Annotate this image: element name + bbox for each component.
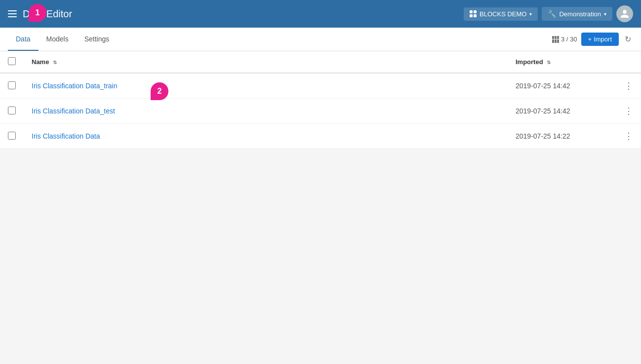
data-link-2[interactable]: Iris Classification Data	[32, 132, 100, 140]
more-options-icon-0[interactable]: ⋮	[624, 80, 633, 91]
header-imported-col[interactable]: Imported ⇅	[508, 51, 616, 73]
select-all-checkbox[interactable]	[8, 57, 16, 65]
row-checkbox-0[interactable]	[8, 81, 16, 89]
header-right: BLOCKS DEMO ▾ 🔧 Demonstration ▾	[464, 5, 633, 22]
avatar[interactable]	[616, 5, 633, 22]
row-name-cell: Iris Classification Data_test	[24, 99, 508, 124]
row-imported-cell: 2019-07-25 14:42	[508, 73, 616, 99]
row-checkbox-cell	[0, 99, 24, 124]
timestamp-1: 2019-07-25 14:42	[516, 107, 570, 115]
timestamp-2: 2019-07-25 14:22	[516, 132, 570, 140]
table-header-row: Name ⇅ Imported ⇅	[0, 51, 641, 73]
table-row: Iris Classification Data_train 2019-07-2…	[0, 73, 641, 99]
blocks-demo-chevron: ▾	[529, 11, 532, 17]
step-badge-2: 2	[151, 82, 168, 100]
data-link-1[interactable]: Iris Classification Data_test	[32, 107, 115, 115]
tab-data[interactable]: Data	[8, 28, 39, 51]
table-row: Iris Classification Data 2019-07-25 14:2…	[0, 124, 641, 149]
row-actions-cell: ⋮	[616, 73, 641, 99]
demonstration-button[interactable]: 🔧 Demonstration ▾	[542, 7, 612, 21]
tabs-right: 3 / 30 + Import ↻	[552, 33, 633, 46]
more-options-icon-1[interactable]: ⋮	[624, 106, 633, 116]
step-badge-1: 1	[29, 4, 46, 22]
timestamp-0: 2019-07-25 14:42	[516, 82, 570, 90]
row-name-cell: Iris Classification Data	[24, 124, 508, 149]
hamburger-menu-icon[interactable]	[8, 10, 17, 17]
import-button[interactable]: + Import	[581, 33, 619, 46]
header-checkbox-cell	[0, 51, 24, 73]
plus-icon: +	[588, 36, 592, 43]
row-checkbox-2[interactable]	[8, 132, 16, 140]
data-table-container: Name ⇅ Imported ⇅ Iris Classification Da…	[0, 51, 641, 149]
imported-sort-icon: ⇅	[547, 60, 551, 65]
more-options-icon-2[interactable]: ⋮	[624, 131, 633, 142]
tab-models[interactable]: Models	[39, 28, 77, 51]
tab-settings[interactable]: Settings	[77, 28, 118, 51]
refresh-icon[interactable]: ↻	[623, 33, 633, 46]
data-link-0[interactable]: Iris Classification Data_train	[32, 82, 118, 90]
blocks-demo-button[interactable]: BLOCKS DEMO ▾	[464, 7, 538, 21]
row-imported-cell: 2019-07-25 14:42	[508, 99, 616, 124]
header-actions-col	[616, 51, 641, 73]
avatar-icon	[620, 9, 630, 19]
row-actions-cell: ⋮	[616, 124, 641, 149]
row-checkbox-1[interactable]	[8, 107, 16, 114]
demonstration-chevron: ▾	[604, 11, 606, 17]
tabs-left: Data Models Settings	[8, 28, 552, 50]
row-imported-cell: 2019-07-25 14:22	[508, 124, 616, 149]
header-left: 1 Data Editor	[8, 8, 464, 20]
app-header: 1 Data Editor BLOCKS DEMO ▾ 🔧 Demonstrat…	[0, 0, 641, 28]
data-table: Name ⇅ Imported ⇅ Iris Classification Da…	[0, 51, 641, 149]
table-row: Iris Classification Data_test 2019-07-25…	[0, 99, 641, 124]
table-small-icon	[552, 36, 559, 43]
row-checkbox-cell	[0, 124, 24, 149]
wrench-icon: 🔧	[548, 10, 556, 18]
grid-icon	[470, 10, 477, 17]
tabs-bar: Data Models Settings 3 / 30 + Import ↻	[0, 28, 641, 51]
row-actions-cell: ⋮	[616, 99, 641, 124]
record-count: 3 / 30	[552, 36, 577, 43]
header-name-col[interactable]: Name ⇅	[24, 51, 508, 73]
row-checkbox-cell	[0, 73, 24, 99]
row-name-cell: Iris Classification Data_train	[24, 73, 508, 99]
name-sort-icon: ⇅	[53, 60, 57, 65]
table-body: Iris Classification Data_train 2019-07-2…	[0, 73, 641, 149]
